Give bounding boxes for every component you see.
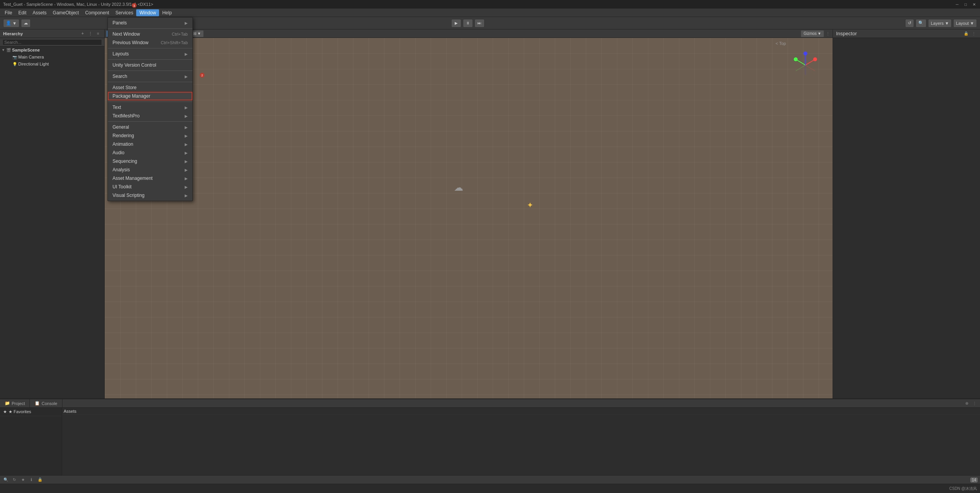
- bottom-search-icon[interactable]: 🔍: [2, 476, 9, 483]
- favorites-icon: ★: [3, 409, 7, 414]
- hierarchy-title: Hierarchy: [3, 31, 23, 36]
- dropdown-textmeshpro[interactable]: TextMeshPro ▶: [108, 112, 192, 120]
- dropdown-search[interactable]: Search ▶: [108, 72, 192, 81]
- scene-panel-options[interactable]: ⋮: [825, 31, 831, 37]
- samplescene-arrow: ▼: [2, 48, 6, 52]
- dropdown-layouts[interactable]: Layouts ▶: [108, 50, 192, 58]
- hierarchy-menu-button[interactable]: ⋮: [87, 31, 93, 37]
- dropdown-asset-store[interactable]: Asset Store: [108, 83, 192, 92]
- layers-button[interactable]: Layers ▼: [928, 19, 952, 28]
- asset-store-label: Asset Store: [113, 85, 137, 90]
- favorites-label: ★ Favorites: [9, 409, 31, 414]
- bottom-panel: 📁 Project 📋 Console ⊕ ⋮ ★ ★ Favorites As…: [0, 398, 980, 484]
- dropdown-next-window[interactable]: Next Window Ctrl+Tab: [108, 30, 192, 38]
- hierarchy-add-button[interactable]: +: [80, 31, 86, 37]
- separator-7: [108, 121, 192, 122]
- next-window-label: Next Window: [113, 31, 140, 37]
- hierarchy-header-icons: + ⋮ ≡: [80, 31, 101, 37]
- menu-gameobject[interactable]: GameObject: [50, 9, 82, 16]
- step-button[interactable]: ⏭: [474, 19, 485, 28]
- play-button[interactable]: ▶: [451, 19, 461, 28]
- tab-project[interactable]: 📁 Project: [0, 399, 30, 408]
- hierarchy-panel-options[interactable]: ≡: [95, 31, 101, 37]
- separator-1: [108, 28, 192, 29]
- audio-label: Audio: [113, 150, 125, 155]
- dropdown-panels[interactable]: Panels ▶: [108, 19, 192, 27]
- visual-scripting-label: Visual Scripting: [113, 193, 145, 198]
- hierarchy-search-bar: [0, 38, 104, 47]
- badge-1-value: 1: [133, 4, 135, 7]
- menu-component[interactable]: Component: [82, 9, 112, 16]
- textmeshpro-arrow: ▶: [185, 114, 188, 118]
- dropdown-audio[interactable]: Audio ▶: [108, 148, 192, 157]
- ui-toolkit-label: UI Toolkit: [113, 184, 132, 190]
- menu-file[interactable]: File: [2, 9, 15, 16]
- hierarchy-search-input[interactable]: [2, 39, 102, 45]
- account-button[interactable]: 👤 ▼: [3, 19, 19, 28]
- close-button[interactable]: ✕: [971, 2, 977, 7]
- bottom-star-icon[interactable]: ★: [19, 476, 26, 483]
- status-bar: CSDN @沐清风: [0, 484, 980, 493]
- search-button[interactable]: 🔍: [916, 19, 926, 28]
- cloud-button[interactable]: ☁: [21, 19, 31, 28]
- account-label: ▼: [12, 21, 17, 26]
- scene-grid-overlay: [105, 38, 833, 398]
- bottom-lock-icon[interactable]: 🔒: [36, 476, 43, 483]
- inspector-lock-button[interactable]: 🔒: [963, 31, 969, 37]
- bottom-panel-icon2[interactable]: ⋮: [971, 400, 978, 407]
- sequencing-arrow: ▶: [185, 159, 188, 164]
- svg-point-3: [813, 57, 817, 61]
- dropdown-ui-toolkit[interactable]: UI Toolkit ▶: [108, 183, 192, 191]
- bottom-panel-icon1[interactable]: ⊕: [964, 400, 970, 407]
- dropdown-animation[interactable]: Animation ▶: [108, 140, 192, 148]
- menu-window[interactable]: Window: [136, 9, 159, 16]
- panels-arrow: ▶: [185, 21, 188, 25]
- dropdown-rendering[interactable]: Rendering ▶: [108, 131, 192, 140]
- dropdown-sequencing[interactable]: Sequencing ▶: [108, 157, 192, 165]
- maximize-button[interactable]: □: [963, 2, 968, 7]
- badge-1: 1: [132, 3, 137, 8]
- bottom-count-badge: 14: [970, 477, 978, 483]
- separator-6: [108, 102, 192, 102]
- panels-label: Panels: [113, 20, 127, 26]
- hierarchy-item-samplescene[interactable]: ▼ 🎬 SampleScene: [0, 47, 104, 53]
- menu-assets[interactable]: Assets: [29, 9, 50, 16]
- console-icon: 📋: [35, 401, 40, 406]
- bottom-refresh-icon[interactable]: ↻: [11, 476, 18, 483]
- menu-help[interactable]: Help: [159, 9, 175, 16]
- csdn-watermark: CSDN @沐清风: [949, 486, 977, 491]
- scene-gizmos-button[interactable]: Gizmos ▼: [801, 30, 824, 37]
- dropdown-general[interactable]: General ▶: [108, 123, 192, 131]
- version-control-label: Unity Version Control: [113, 62, 156, 68]
- dropdown-previous-window[interactable]: Previous Window Ctrl+Shift+Tab: [108, 38, 192, 47]
- hierarchy-item-main-camera[interactable]: ▶ 📷 Main Camera: [0, 53, 104, 60]
- layouts-label: Layouts: [113, 51, 129, 57]
- scene-view[interactable]: ✦ ☁ < Top: [105, 38, 833, 398]
- pause-button[interactable]: ⏸: [463, 19, 473, 28]
- dropdown-asset-management[interactable]: Asset Management ▶: [108, 174, 192, 183]
- bottom-sidebar: ★ ★ Favorites: [0, 408, 62, 475]
- bottom-info-icon[interactable]: ℹ: [28, 476, 35, 483]
- scene-gizmo[interactable]: [790, 50, 821, 81]
- dropdown-analysis[interactable]: Analysis ▶: [108, 165, 192, 174]
- menu-services[interactable]: Services: [112, 9, 136, 16]
- inspector-menu-button[interactable]: ⋮: [971, 31, 977, 37]
- layout-button[interactable]: Layout ▼: [953, 19, 977, 28]
- undo-history-button[interactable]: ↺: [905, 19, 914, 28]
- dropdown-text[interactable]: Text ▶: [108, 103, 192, 112]
- sun-icon: ✦: [527, 200, 533, 210]
- animation-label: Animation: [113, 141, 133, 147]
- hierarchy-item-directional-light[interactable]: ▶ 💡 Directional Light: [0, 60, 104, 67]
- layout-arrow-icon: ▼: [970, 21, 974, 26]
- camera-icon: 📷: [12, 55, 17, 59]
- dropdown-visual-scripting[interactable]: Visual Scripting ▶: [108, 191, 192, 200]
- tab-console[interactable]: 📋 Console: [30, 399, 62, 408]
- minimize-button[interactable]: ─: [954, 2, 960, 7]
- hierarchy-panel: Hierarchy + ⋮ ≡ ▼ 🎬 SampleScene ▶ 📷 Main…: [0, 29, 105, 398]
- ui-toolkit-arrow: ▶: [185, 185, 188, 189]
- dropdown-version-control[interactable]: Unity Version Control: [108, 61, 192, 69]
- dropdown-package-manager[interactable]: Package Manager: [108, 92, 192, 100]
- menu-edit[interactable]: Edit: [15, 9, 29, 16]
- undo-icon: ↺: [908, 21, 911, 26]
- separator-5: [108, 82, 192, 82]
